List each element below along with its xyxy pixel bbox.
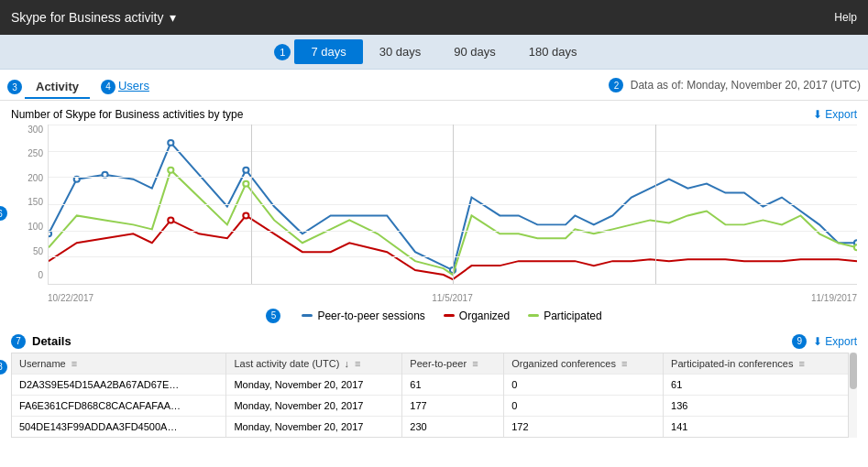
users-badge: 4 bbox=[101, 80, 115, 94]
tabs-row: 3 Activity 4Users 2 Data as of: Monday, … bbox=[0, 70, 868, 101]
download-icon-2: ⬇ bbox=[813, 335, 822, 348]
step-badge-6: 6 bbox=[0, 206, 10, 221]
svg-point-4 bbox=[243, 167, 248, 172]
details-export-button[interactable]: ⬇ Export bbox=[813, 335, 857, 348]
cell-username: D2A3S9E54D15AA2BA67AD67E… bbox=[12, 374, 226, 395]
chart-export-label: Export bbox=[825, 108, 857, 121]
table-row: 504DE143F99ADDAA3FD4500A… Monday, Novemb… bbox=[12, 416, 856, 437]
legend-dot-peer bbox=[302, 314, 313, 317]
cell-username: FA6E361CFD868C8CACAFAFAA… bbox=[12, 395, 226, 416]
table-header-row: Username ≡ Last activity date (UTC) ↓ ≡ … bbox=[12, 353, 856, 375]
time-filter-30days[interactable]: 30 days bbox=[363, 39, 438, 64]
cell-participated: 136 bbox=[664, 395, 856, 416]
scrollbar[interactable] bbox=[848, 353, 857, 438]
col-username: Username ≡ bbox=[12, 353, 226, 375]
chart-section: Number of Skype for Business activities … bbox=[0, 101, 868, 331]
chart-vline bbox=[453, 125, 454, 284]
time-filter-180days[interactable]: 180 days bbox=[512, 39, 594, 64]
svg-point-0 bbox=[49, 231, 51, 236]
chart-container: 300 250 200 150 100 50 0 bbox=[11, 125, 857, 303]
chart-inner bbox=[48, 125, 857, 285]
xaxis-label: 11/19/2017 bbox=[811, 293, 857, 303]
download-icon: ⬇ bbox=[813, 108, 822, 121]
cell-peer: 230 bbox=[402, 416, 504, 437]
step-badge-8: 8 bbox=[0, 360, 7, 375]
legend-organized: Organized bbox=[444, 309, 510, 323]
cell-organized: 0 bbox=[504, 374, 664, 395]
scroll-thumb[interactable] bbox=[850, 353, 857, 389]
tab-activity[interactable]: Activity bbox=[25, 76, 90, 99]
step-badge-7: 7 bbox=[11, 334, 26, 349]
table-row: D2A3S9E54D15AA2BA67AD67E… Monday, Novemb… bbox=[12, 374, 856, 395]
legend-organized-label: Organized bbox=[459, 310, 510, 322]
details-header: 7 Details 9 ⬇ Export bbox=[11, 334, 857, 349]
table-wrapper: Username ≡ Last activity date (UTC) ↓ ≡ … bbox=[11, 353, 857, 438]
cell-username: 504DE143F99ADDAA3FD4500A… bbox=[12, 416, 226, 437]
svg-point-2 bbox=[102, 171, 107, 177]
col-menu-icon-3[interactable]: ≡ bbox=[472, 358, 478, 369]
step-badge-2: 2 bbox=[609, 78, 623, 92]
cell-last-activity: Monday, November 20, 2017 bbox=[226, 416, 402, 437]
cell-peer: 177 bbox=[402, 395, 504, 416]
legend-dot-participated bbox=[528, 314, 539, 317]
svg-point-10 bbox=[243, 180, 248, 186]
col-menu-icon[interactable]: ≡ bbox=[71, 358, 77, 369]
svg-point-9 bbox=[168, 167, 173, 172]
details-table: Username ≡ Last activity date (UTC) ↓ ≡ … bbox=[12, 353, 856, 437]
cell-participated: 61 bbox=[664, 374, 856, 395]
legend-peer-label: Peer-to-peer sessions bbox=[317, 310, 424, 322]
chart-export-button[interactable]: ⬇ Export bbox=[813, 108, 857, 121]
xaxis-label: 10/22/2017 bbox=[48, 293, 93, 303]
step-badge-9: 9 bbox=[792, 334, 807, 349]
help-link[interactable]: Help bbox=[834, 11, 857, 24]
col-menu-icon-4[interactable]: ≡ bbox=[621, 358, 627, 369]
details-export-label: Export bbox=[825, 335, 857, 348]
cell-last-activity: Monday, November 20, 2017 bbox=[226, 395, 402, 416]
chevron-icon[interactable]: ▾ bbox=[170, 10, 176, 25]
cell-peer: 61 bbox=[402, 374, 504, 395]
legend-participated-label: Participated bbox=[544, 310, 601, 322]
step-badge-1: 1 bbox=[274, 44, 291, 60]
legend-peer: Peer-to-peer sessions bbox=[302, 309, 424, 323]
chart-vline bbox=[251, 125, 252, 284]
cell-organized: 0 bbox=[504, 395, 664, 416]
chart-title: Number of Skype for Business activities … bbox=[11, 108, 243, 121]
app-header: Skype for Business activity ▾ Help bbox=[0, 0, 868, 35]
details-title: Details bbox=[32, 334, 71, 348]
time-filter-bar: 1 7 days 30 days 90 days 180 days bbox=[0, 35, 868, 70]
details-export-wrapper: 9 ⬇ Export bbox=[792, 334, 857, 349]
chart-header: Number of Skype for Business activities … bbox=[11, 108, 857, 121]
svg-point-8 bbox=[243, 212, 248, 218]
sort-icon[interactable]: ↓ bbox=[344, 358, 349, 369]
svg-point-11 bbox=[854, 244, 857, 250]
col-participated: Participated-in conferences ≡ bbox=[664, 353, 856, 375]
svg-point-7 bbox=[168, 217, 173, 223]
step-badge-5: 5 bbox=[266, 309, 280, 323]
app-title: Skype for Business activity bbox=[11, 10, 164, 25]
details-section: 7 Details 9 ⬇ Export 8 Username ≡ bbox=[0, 331, 868, 438]
step-badge-3: 3 bbox=[7, 80, 22, 94]
cell-participated: 141 bbox=[664, 416, 856, 437]
legend-participated: Participated bbox=[528, 309, 601, 323]
legend-dot-organized bbox=[444, 314, 455, 317]
svg-point-3 bbox=[168, 139, 173, 145]
xaxis-label: 11/5/2017 bbox=[432, 293, 473, 303]
cell-last-activity: Monday, November 20, 2017 bbox=[226, 374, 402, 395]
col-peer-to-peer: Peer-to-peer ≡ bbox=[402, 353, 504, 375]
chart-legend: 5 Peer-to-peer sessions Organized Partic… bbox=[11, 309, 857, 323]
chart-vline bbox=[655, 125, 656, 284]
chart-xaxis: 10/22/2017 11/5/2017 11/19/2017 bbox=[48, 290, 857, 303]
col-organized: Organized conferences ≡ bbox=[504, 353, 664, 375]
data-as-of-text: Data as of: Monday, November 20, 2017 (U… bbox=[631, 79, 861, 92]
time-filter-7days[interactable]: 7 days bbox=[294, 39, 362, 64]
header-title-group: Skype for Business activity ▾ bbox=[11, 10, 176, 25]
details-title-wrapper: 7 Details bbox=[11, 334, 71, 349]
tab-users[interactable]: 4Users bbox=[90, 75, 160, 100]
col-last-activity: Last activity date (UTC) ↓ ≡ bbox=[226, 353, 402, 375]
col-menu-icon-2[interactable]: ≡ bbox=[355, 358, 360, 369]
table-wrapper-outer: 8 Username ≡ Last activity date (UTC) ↓ … bbox=[11, 353, 857, 438]
data-as-of: 2 Data as of: Monday, November 20, 2017 … bbox=[609, 78, 861, 96]
table-row: FA6E361CFD868C8CACAFAFAA… Monday, Novemb… bbox=[12, 395, 856, 416]
time-filter-90days[interactable]: 90 days bbox=[437, 39, 512, 64]
col-menu-icon-5[interactable]: ≡ bbox=[798, 358, 804, 369]
